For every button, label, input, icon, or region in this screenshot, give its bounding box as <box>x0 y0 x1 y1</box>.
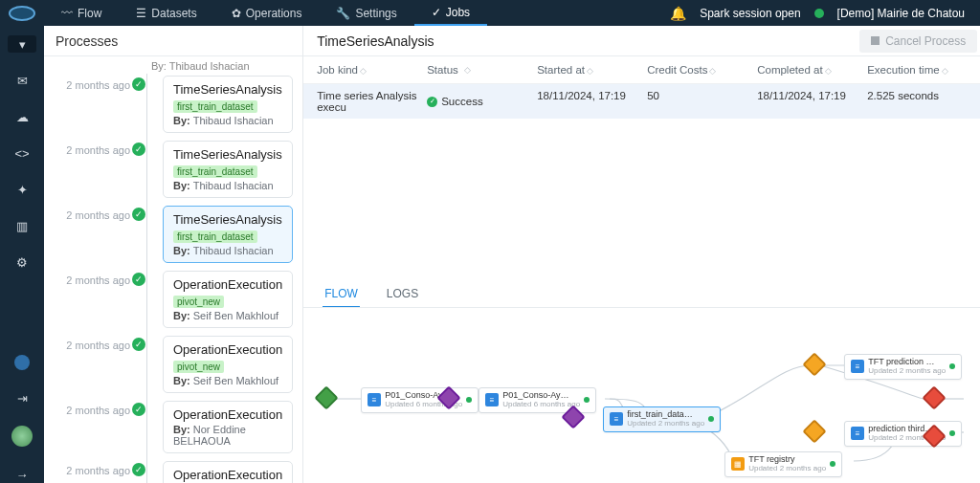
node-sub: Updated 2 months ago <box>868 367 946 376</box>
sort-icon[interactable]: ◇ <box>825 66 832 76</box>
gear-hex-icon <box>314 385 338 409</box>
process-item[interactable]: 2 months ago OperationExecution pivot_ne… <box>44 269 302 334</box>
success-icon <box>132 338 145 351</box>
jobs-table: Job kind◇ Status◇ Started at◇ Credit Cos… <box>303 56 980 119</box>
col-completed[interactable]: Completed at <box>757 64 822 76</box>
flow-op-node[interactable] <box>925 389 943 406</box>
nav-flow[interactable]: 〰 Flow <box>44 0 119 26</box>
sort-icon[interactable]: ◇ <box>587 66 593 76</box>
spark-status-label: Spark session open <box>700 7 800 20</box>
flow-dataset-node[interactable]: ≡P01_Conso-AyusterreUpdated 6 months ago <box>361 387 479 413</box>
process-title: OperationExecution <box>173 277 282 292</box>
process-tag: first_train_dataset <box>173 231 257 243</box>
detail-header: TimeSeriesAnalysis Cancel Process <box>303 26 980 56</box>
status-dot-icon <box>466 397 472 403</box>
code-icon[interactable]: <> <box>13 144 31 162</box>
bell-icon[interactable]: 🔔 <box>670 6 686 21</box>
nav-datasets[interactable]: ☰ Datasets <box>119 0 213 26</box>
gear-icon: ✿ <box>232 7 241 20</box>
col-status[interactable]: Status <box>427 64 458 76</box>
flow-op-node[interactable] <box>925 428 943 445</box>
process-item[interactable]: 2 months ago OperationExecution By: Nor … <box>44 399 302 459</box>
settings-icon[interactable]: ⚙ <box>13 253 31 271</box>
gear-hex-icon <box>802 419 826 443</box>
tenant-label[interactable]: [Demo] Mairie de Chatou <box>837 7 965 20</box>
process-time: 2 months ago <box>66 79 130 91</box>
flow-dataset-node[interactable]: ≡TFT prediction fir...Updated 2 months a… <box>844 354 962 380</box>
gear-hex-icon <box>802 352 826 376</box>
process-item[interactable]: 2 months ago OperationExecution pivot_ne… <box>44 334 302 399</box>
process-time: 2 months ago <box>66 465 130 476</box>
process-author: Seif Ben Makhlouf <box>193 310 278 321</box>
tab-flow[interactable]: FLOW <box>323 281 360 307</box>
process-item-selected[interactable]: 2 months ago TimeSeriesAnalysis first_tr… <box>44 204 302 269</box>
col-started[interactable]: Started at <box>537 64 585 76</box>
tab-logs[interactable]: LOGS <box>385 281 420 307</box>
process-time: 2 months ago <box>66 405 130 416</box>
flow-op-node[interactable] <box>806 423 823 440</box>
cell-kind: Time series Analysis execu <box>317 90 427 113</box>
processes-title: Processes <box>44 26 302 56</box>
logout-icon[interactable]: ⇥ <box>13 389 31 406</box>
col-exec[interactable]: Execution time <box>867 64 939 76</box>
status-dot-icon <box>814 9 824 18</box>
dataset-icon: ≡ <box>485 393 499 406</box>
detail-tabs: FLOW LOGS <box>303 281 980 308</box>
sort-icon[interactable]: ◇ <box>942 66 948 76</box>
nav-items: 〰 Flow ☰ Datasets ✿ Operations 🔧 Setting… <box>44 0 487 26</box>
sort-icon[interactable]: ◇ <box>360 66 367 76</box>
mail-icon[interactable]: ✉ <box>13 72 31 89</box>
app-logo[interactable] <box>0 0 44 26</box>
process-title: OperationExecution <box>173 407 282 422</box>
sort-icon[interactable]: ◇ <box>709 66 716 76</box>
flow-op-node[interactable] <box>318 389 335 406</box>
col-credit[interactable]: Credit Costs <box>647 64 707 76</box>
process-item[interactable]: 2 months ago TimeSeriesAnalysis first_tr… <box>44 74 302 139</box>
flow-canvas[interactable]: ≡P01_Conso-AyusterreUpdated 6 months ago… <box>303 308 980 483</box>
process-time: 2 months ago <box>66 144 130 156</box>
expand-icon[interactable]: → <box>13 466 31 483</box>
dataset-icon: ≡ <box>610 412 623 426</box>
node-sub: Updated 2 months ago <box>627 420 704 428</box>
process-title: TimeSeriesAnalysis <box>173 147 282 162</box>
success-icon <box>132 143 145 156</box>
process-author: Thibaud Ishacian <box>193 115 274 126</box>
stop-icon <box>871 36 880 45</box>
cancel-process-button[interactable]: Cancel Process <box>859 30 977 53</box>
flow-registry-node[interactable]: ▦TFT registryUpdated 2 months ago <box>724 451 842 477</box>
process-list[interactable]: By: Thibaud Ishacian 2 months ago TimeSe… <box>44 56 302 483</box>
nav-flow-label: Flow <box>78 7 101 20</box>
success-icon <box>132 403 145 416</box>
cloud-upload-icon[interactable]: ☁ <box>13 108 31 125</box>
puzzle-icon[interactable]: ✦ <box>13 181 31 198</box>
flow-icon: 〰 <box>61 7 73 20</box>
left-sidebar: ▾ ✉ ☁ <> ✦ ▥ ⚙ ⇥ → <box>0 26 44 483</box>
wrench-icon: 🔧 <box>336 7 350 20</box>
nav-jobs[interactable]: ✓ Jobs <box>414 0 487 26</box>
flow-op-node[interactable] <box>806 356 823 373</box>
list-icon: ☰ <box>136 7 146 20</box>
nav-operations[interactable]: ✿ Operations <box>214 0 320 26</box>
nav-settings[interactable]: 🔧 Settings <box>319 0 413 26</box>
flow-op-node[interactable] <box>440 389 457 406</box>
chart-icon[interactable]: ▥ <box>13 217 31 234</box>
flow-op-node[interactable] <box>565 408 582 426</box>
process-author: Thibaud Ishacian <box>193 180 274 191</box>
table-row[interactable]: Time series Analysis execu Success 18/11… <box>303 84 980 119</box>
process-title: OperationExecution <box>173 342 282 357</box>
detail-panel: TimeSeriesAnalysis Cancel Process Job ki… <box>303 26 980 483</box>
user-avatar[interactable] <box>11 426 33 447</box>
sort-icon[interactable]: ◇ <box>464 65 471 75</box>
nav-settings-label: Settings <box>355 7 396 20</box>
success-icon <box>132 208 145 221</box>
chat-icon[interactable] <box>14 355 30 370</box>
process-item[interactable]: 2 months ago TimeSeriesAnalysis first_tr… <box>44 139 302 204</box>
dataset-icon: ≡ <box>851 427 864 440</box>
collapse-button[interactable]: ▾ <box>8 35 36 53</box>
col-kind[interactable]: Job kind <box>317 64 358 76</box>
flow-dataset-node-selected[interactable]: ≡first_train_datasetUpdated 2 months ago <box>603 406 721 432</box>
process-item[interactable]: 2 months ago OperationExecution By: Nor … <box>44 459 302 483</box>
detail-title: TimeSeriesAnalysis <box>317 33 434 49</box>
status-dot-icon <box>949 430 955 436</box>
nav-datasets-label: Datasets <box>151 7 196 20</box>
